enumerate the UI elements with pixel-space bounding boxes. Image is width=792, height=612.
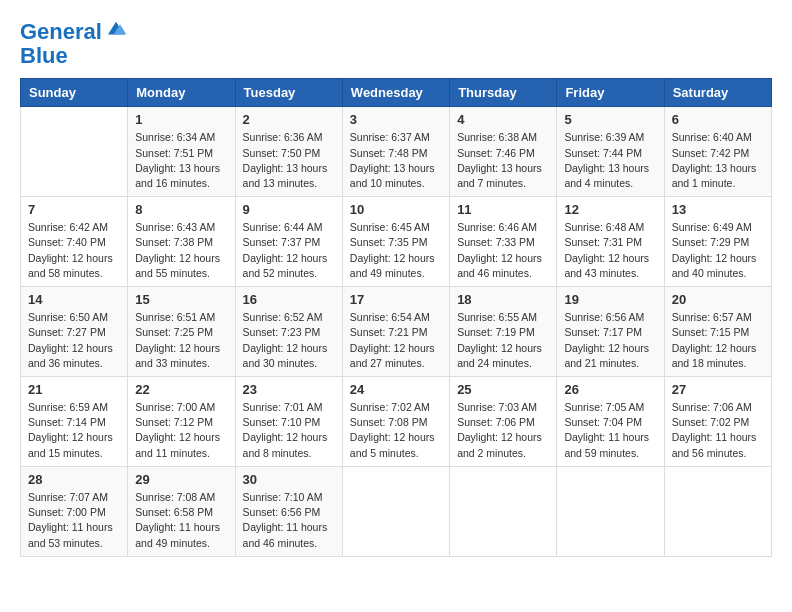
calendar-cell [450, 466, 557, 556]
day-info: Sunrise: 6:42 AM Sunset: 7:40 PM Dayligh… [28, 220, 120, 281]
calendar-cell: 2Sunrise: 6:36 AM Sunset: 7:50 PM Daylig… [235, 107, 342, 197]
calendar-cell [21, 107, 128, 197]
calendar-cell: 25Sunrise: 7:03 AM Sunset: 7:06 PM Dayli… [450, 377, 557, 467]
calendar-cell: 22Sunrise: 7:00 AM Sunset: 7:12 PM Dayli… [128, 377, 235, 467]
weekday-header-row: SundayMondayTuesdayWednesdayThursdayFrid… [21, 79, 772, 107]
weekday-sunday: Sunday [21, 79, 128, 107]
day-info: Sunrise: 7:06 AM Sunset: 7:02 PM Dayligh… [672, 400, 764, 461]
day-number: 13 [672, 202, 764, 217]
calendar-cell: 7Sunrise: 6:42 AM Sunset: 7:40 PM Daylig… [21, 197, 128, 287]
day-number: 16 [243, 292, 335, 307]
day-number: 1 [135, 112, 227, 127]
weekday-wednesday: Wednesday [342, 79, 449, 107]
calendar-cell: 19Sunrise: 6:56 AM Sunset: 7:17 PM Dayli… [557, 287, 664, 377]
day-info: Sunrise: 7:08 AM Sunset: 6:58 PM Dayligh… [135, 490, 227, 551]
day-info: Sunrise: 6:56 AM Sunset: 7:17 PM Dayligh… [564, 310, 656, 371]
day-info: Sunrise: 6:46 AM Sunset: 7:33 PM Dayligh… [457, 220, 549, 281]
day-info: Sunrise: 6:44 AM Sunset: 7:37 PM Dayligh… [243, 220, 335, 281]
day-info: Sunrise: 6:49 AM Sunset: 7:29 PM Dayligh… [672, 220, 764, 281]
day-number: 25 [457, 382, 549, 397]
day-info: Sunrise: 7:00 AM Sunset: 7:12 PM Dayligh… [135, 400, 227, 461]
calendar-cell: 24Sunrise: 7:02 AM Sunset: 7:08 PM Dayli… [342, 377, 449, 467]
page-header: General Blue [20, 20, 772, 68]
day-info: Sunrise: 6:48 AM Sunset: 7:31 PM Dayligh… [564, 220, 656, 281]
calendar-cell: 21Sunrise: 6:59 AM Sunset: 7:14 PM Dayli… [21, 377, 128, 467]
day-number: 17 [350, 292, 442, 307]
day-number: 11 [457, 202, 549, 217]
week-row-3: 14Sunrise: 6:50 AM Sunset: 7:27 PM Dayli… [21, 287, 772, 377]
day-number: 18 [457, 292, 549, 307]
day-number: 10 [350, 202, 442, 217]
calendar-cell: 12Sunrise: 6:48 AM Sunset: 7:31 PM Dayli… [557, 197, 664, 287]
day-number: 28 [28, 472, 120, 487]
day-number: 19 [564, 292, 656, 307]
day-number: 26 [564, 382, 656, 397]
day-info: Sunrise: 6:54 AM Sunset: 7:21 PM Dayligh… [350, 310, 442, 371]
day-number: 12 [564, 202, 656, 217]
week-row-2: 7Sunrise: 6:42 AM Sunset: 7:40 PM Daylig… [21, 197, 772, 287]
day-number: 14 [28, 292, 120, 307]
day-info: Sunrise: 7:02 AM Sunset: 7:08 PM Dayligh… [350, 400, 442, 461]
calendar-cell: 28Sunrise: 7:07 AM Sunset: 7:00 PM Dayli… [21, 466, 128, 556]
day-number: 9 [243, 202, 335, 217]
day-info: Sunrise: 6:59 AM Sunset: 7:14 PM Dayligh… [28, 400, 120, 461]
week-row-4: 21Sunrise: 6:59 AM Sunset: 7:14 PM Dayli… [21, 377, 772, 467]
calendar-cell: 30Sunrise: 7:10 AM Sunset: 6:56 PM Dayli… [235, 466, 342, 556]
day-info: Sunrise: 6:36 AM Sunset: 7:50 PM Dayligh… [243, 130, 335, 191]
week-row-5: 28Sunrise: 7:07 AM Sunset: 7:00 PM Dayli… [21, 466, 772, 556]
day-info: Sunrise: 6:39 AM Sunset: 7:44 PM Dayligh… [564, 130, 656, 191]
weekday-friday: Friday [557, 79, 664, 107]
day-info: Sunrise: 7:01 AM Sunset: 7:10 PM Dayligh… [243, 400, 335, 461]
weekday-tuesday: Tuesday [235, 79, 342, 107]
weekday-thursday: Thursday [450, 79, 557, 107]
day-number: 27 [672, 382, 764, 397]
day-number: 15 [135, 292, 227, 307]
day-info: Sunrise: 6:38 AM Sunset: 7:46 PM Dayligh… [457, 130, 549, 191]
day-info: Sunrise: 6:50 AM Sunset: 7:27 PM Dayligh… [28, 310, 120, 371]
weekday-monday: Monday [128, 79, 235, 107]
calendar-cell: 27Sunrise: 7:06 AM Sunset: 7:02 PM Dayli… [664, 377, 771, 467]
calendar-cell: 17Sunrise: 6:54 AM Sunset: 7:21 PM Dayli… [342, 287, 449, 377]
week-row-1: 1Sunrise: 6:34 AM Sunset: 7:51 PM Daylig… [21, 107, 772, 197]
day-number: 5 [564, 112, 656, 127]
day-info: Sunrise: 6:52 AM Sunset: 7:23 PM Dayligh… [243, 310, 335, 371]
calendar-cell: 11Sunrise: 6:46 AM Sunset: 7:33 PM Dayli… [450, 197, 557, 287]
logo-blue: Blue [20, 43, 68, 68]
day-info: Sunrise: 6:43 AM Sunset: 7:38 PM Dayligh… [135, 220, 227, 281]
day-info: Sunrise: 6:51 AM Sunset: 7:25 PM Dayligh… [135, 310, 227, 371]
calendar-cell: 23Sunrise: 7:01 AM Sunset: 7:10 PM Dayli… [235, 377, 342, 467]
calendar-body: 1Sunrise: 6:34 AM Sunset: 7:51 PM Daylig… [21, 107, 772, 556]
calendar-cell: 29Sunrise: 7:08 AM Sunset: 6:58 PM Dayli… [128, 466, 235, 556]
day-number: 6 [672, 112, 764, 127]
logo: General Blue [20, 20, 128, 68]
calendar-cell: 20Sunrise: 6:57 AM Sunset: 7:15 PM Dayli… [664, 287, 771, 377]
calendar-table: SundayMondayTuesdayWednesdayThursdayFrid… [20, 78, 772, 556]
calendar-cell: 4Sunrise: 6:38 AM Sunset: 7:46 PM Daylig… [450, 107, 557, 197]
day-number: 8 [135, 202, 227, 217]
day-info: Sunrise: 7:07 AM Sunset: 7:00 PM Dayligh… [28, 490, 120, 551]
calendar-cell: 15Sunrise: 6:51 AM Sunset: 7:25 PM Dayli… [128, 287, 235, 377]
calendar-cell [664, 466, 771, 556]
day-info: Sunrise: 7:03 AM Sunset: 7:06 PM Dayligh… [457, 400, 549, 461]
logo-general: General [20, 19, 102, 44]
day-number: 2 [243, 112, 335, 127]
calendar-cell: 18Sunrise: 6:55 AM Sunset: 7:19 PM Dayli… [450, 287, 557, 377]
calendar-cell: 6Sunrise: 6:40 AM Sunset: 7:42 PM Daylig… [664, 107, 771, 197]
day-number: 3 [350, 112, 442, 127]
calendar-cell: 9Sunrise: 6:44 AM Sunset: 7:37 PM Daylig… [235, 197, 342, 287]
calendar-cell: 5Sunrise: 6:39 AM Sunset: 7:44 PM Daylig… [557, 107, 664, 197]
day-number: 23 [243, 382, 335, 397]
calendar-cell [557, 466, 664, 556]
day-info: Sunrise: 6:57 AM Sunset: 7:15 PM Dayligh… [672, 310, 764, 371]
day-number: 20 [672, 292, 764, 307]
calendar-cell: 3Sunrise: 6:37 AM Sunset: 7:48 PM Daylig… [342, 107, 449, 197]
calendar-cell: 1Sunrise: 6:34 AM Sunset: 7:51 PM Daylig… [128, 107, 235, 197]
day-info: Sunrise: 7:05 AM Sunset: 7:04 PM Dayligh… [564, 400, 656, 461]
calendar-cell: 10Sunrise: 6:45 AM Sunset: 7:35 PM Dayli… [342, 197, 449, 287]
day-number: 29 [135, 472, 227, 487]
calendar-cell [342, 466, 449, 556]
day-number: 7 [28, 202, 120, 217]
calendar-cell: 8Sunrise: 6:43 AM Sunset: 7:38 PM Daylig… [128, 197, 235, 287]
calendar-cell: 26Sunrise: 7:05 AM Sunset: 7:04 PM Dayli… [557, 377, 664, 467]
day-number: 22 [135, 382, 227, 397]
